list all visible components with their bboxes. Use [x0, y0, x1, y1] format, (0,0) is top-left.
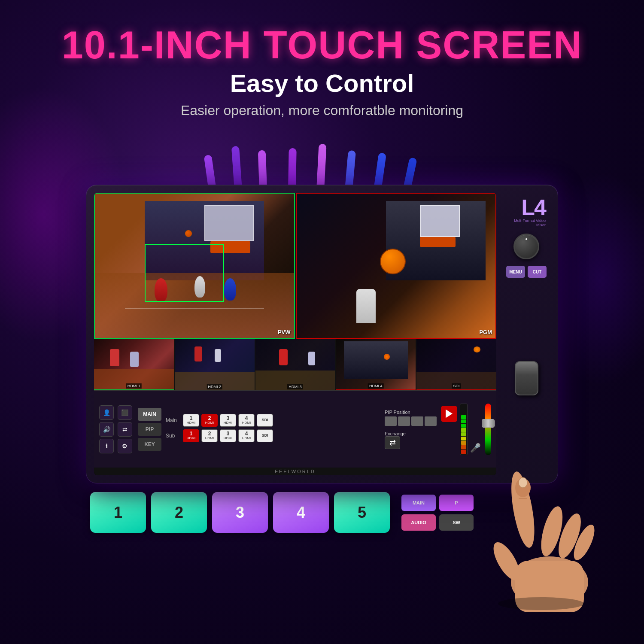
brand-label: FEELWORLD — [94, 468, 496, 475]
person-icon-btn[interactable]: 👤 — [99, 405, 114, 420]
device-wrapper: PVW PGM — [86, 185, 558, 533]
mic-icon: 🎤 — [470, 443, 481, 453]
joystick-area — [505, 284, 548, 472]
pip-pos-3[interactable] — [411, 416, 423, 426]
scene-btn-2[interactable]: 2 — [151, 492, 207, 533]
main-source-row: Main 1 HDMI 2 HDMI 3 HDMI — [166, 414, 380, 427]
fader-knob[interactable] — [482, 419, 495, 428]
screen-area: PVW PGM — [94, 193, 496, 475]
knob-indicator — [526, 238, 527, 240]
main-src-sdi[interactable]: SDI — [257, 414, 273, 427]
main-source-label: Main — [166, 417, 181, 423]
layout-icon-btn[interactable]: ⬛ — [118, 405, 132, 420]
page-description: Easier operation, more comforatble monit… — [0, 103, 644, 118]
page-title: 10.1-INCH TOUCH SCREEN — [0, 26, 644, 64]
sub-src-2[interactable]: 2 HDMI — [201, 429, 218, 442]
audio-icon-btn[interactable]: 🔊 — [99, 422, 114, 437]
input-preview-1: HDMI 1 — [94, 339, 174, 390]
fader-track[interactable] — [485, 404, 491, 455]
main-mode-btn[interactable]: MAIN — [138, 408, 161, 421]
svg-point-5 — [554, 511, 585, 561]
fader-area — [485, 404, 491, 455]
info-icon-btn[interactable]: ℹ — [99, 439, 114, 453]
exchange-label: Exchange — [385, 431, 437, 436]
main-src-2[interactable]: 2 HDMI — [201, 414, 218, 427]
input-label-4: HDMI 4 — [368, 383, 384, 389]
pip-position-label: PIP Position — [385, 410, 437, 415]
icon-buttons-group: 👤 ⬛ 🔊 ⇄ ℹ ⚙ — [99, 405, 134, 453]
header: 10.1-INCH TOUCH SCREEN Easy to Control E… — [0, 0, 644, 118]
scene-btn-1[interactable]: 1 — [90, 492, 146, 533]
record-btn[interactable] — [441, 406, 457, 422]
exchange-btn[interactable]: ⇄ — [385, 436, 400, 449]
main-output-btn[interactable]: MAIN — [401, 495, 436, 511]
pip-pos-2[interactable] — [398, 416, 410, 426]
scene-btn-4[interactable]: 4 — [273, 492, 329, 533]
pvw-preview: PVW — [94, 193, 295, 339]
pgm-label: PGM — [479, 329, 492, 335]
switch-icon-btn[interactable]: ⇄ — [118, 422, 132, 437]
main-src-1[interactable]: 1 HDMI — [183, 414, 199, 427]
input-preview-sdi: SDI — [416, 339, 496, 390]
input-preview-3: HDMI 3 — [255, 339, 335, 390]
input-label-2: HDMI 2 — [207, 384, 222, 389]
pip-positions — [385, 416, 437, 426]
jog-wheel[interactable] — [515, 361, 538, 395]
bottom-previews: HDMI 1 HDMI 2 HDMI 3 — [94, 339, 496, 390]
pip-pos-4[interactable] — [425, 416, 437, 426]
sub-src-1[interactable]: 1 HDMI — [183, 429, 199, 442]
svg-rect-1 — [515, 561, 584, 612]
device-body: PVW PGM — [86, 185, 558, 483]
mode-buttons: MAIN PIP KEY — [138, 408, 161, 451]
pip-mode-btn[interactable]: PIP — [138, 423, 161, 436]
pvw-label: PVW — [278, 329, 291, 335]
exchange-section: Exchange ⇄ — [385, 431, 437, 449]
pgm-preview: PGM — [296, 193, 497, 339]
vu-fader-group: 🎤 — [441, 404, 481, 455]
video-preview-area: PVW PGM — [94, 193, 496, 339]
input-label-sdi: SDI — [452, 383, 461, 389]
model-name: L4 — [505, 196, 546, 219]
svg-point-7 — [489, 538, 525, 584]
source-selector: Main 1 HDMI 2 HDMI 3 HDMI — [166, 414, 380, 445]
input-label-1: HDMI 1 — [126, 383, 142, 389]
pip-exchange-group: PIP Position Exchange ⇄ — [385, 410, 437, 449]
p-btn[interactable]: P — [439, 495, 474, 511]
scene-btn-3[interactable]: 3 — [212, 492, 268, 533]
cut-btn[interactable]: CUT — [528, 266, 547, 278]
sub-src-4[interactable]: 4 HDMI — [238, 429, 255, 442]
right-buttons: MENU CUT — [505, 266, 548, 278]
sub-source-label: Sub — [166, 433, 181, 439]
model-subtitle: Mult-Format Video Mixer — [505, 219, 546, 227]
input-preview-2: HDMI 2 — [175, 339, 255, 390]
sub-src-sdi[interactable]: SDI — [257, 429, 273, 442]
svg-point-0 — [511, 556, 588, 608]
pip-position-section: PIP Position — [385, 410, 437, 426]
page-subtitle: Easy to Control — [0, 69, 644, 97]
extra-buttons-group: MAIN P AUDIO SW — [401, 495, 474, 531]
rotary-knob[interactable] — [513, 234, 539, 259]
control-panel: 👤 ⬛ 🔊 ⇄ ℹ ⚙ MAIN PIP KEY Main — [94, 390, 496, 468]
l4-brand: L4 Mult-Format Video Mixer — [505, 196, 548, 227]
sub-src-3[interactable]: 3 HDMI — [220, 429, 236, 442]
main-src-4[interactable]: 4 HDMI — [238, 414, 255, 427]
svg-point-6 — [570, 522, 598, 563]
input-preview-4: HDMI 4 — [336, 339, 416, 390]
input-label-3: HDMI 3 — [287, 384, 303, 389]
main-src-3[interactable]: 3 HDMI — [220, 414, 236, 427]
vu-meter — [460, 404, 468, 455]
key-mode-btn[interactable]: KEY — [138, 438, 161, 451]
sw-btn[interactable]: SW — [439, 514, 474, 531]
bottom-controls-row: 1 2 3 4 5 MAIN P AUDIO SW — [86, 492, 558, 533]
settings-icon-btn[interactable]: ⚙ — [118, 439, 132, 453]
pip-pos-1[interactable] — [385, 416, 397, 426]
right-panel: L4 Mult-Format Video Mixer MENU CUT — [503, 193, 550, 475]
sub-source-row: Sub 1 HDMI 2 HDMI 3 HDMI — [166, 429, 380, 442]
scene-btn-5[interactable]: 5 — [334, 492, 390, 533]
audio-btn[interactable]: AUDIO — [401, 514, 436, 531]
svg-point-10 — [498, 597, 584, 610]
menu-btn[interactable]: MENU — [506, 266, 525, 278]
